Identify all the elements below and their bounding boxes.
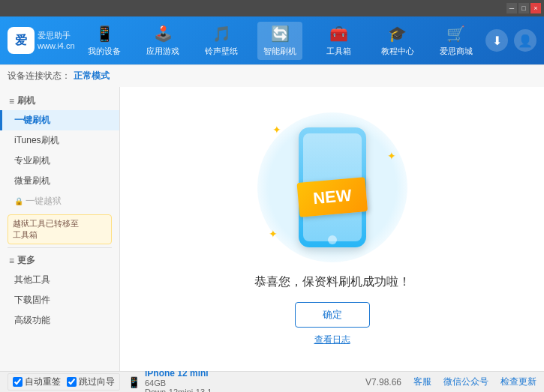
skip-wizard-checkbox-label[interactable]: 跳过向导	[67, 376, 115, 388]
sidebar-divider	[8, 247, 112, 248]
more-section-label: 更多	[17, 254, 35, 267]
success-illustration: NEW ✦ ✦ ✦	[257, 112, 407, 262]
smart-flash-icon: 🔄	[271, 25, 290, 43]
nav-item-ringtones[interactable]: 🎵 铃声壁纸	[199, 22, 244, 60]
nav-item-apps-games[interactable]: 🕹️ 应用游戏	[140, 22, 185, 60]
bottom-bar: 自动重签 跳过向导 📱 iPhone 12 mini 64GB Down-12m…	[0, 371, 544, 392]
sidebar-item-advanced[interactable]: 高级功能	[0, 310, 119, 331]
nav-item-my-device[interactable]: 📱 我的设备	[82, 22, 127, 60]
version-label: V7.98.66	[365, 377, 401, 388]
sparkle-1: ✦	[272, 124, 281, 136]
other-tools-label: 其他工具	[14, 274, 50, 285]
status-label: 设备连接状态：	[8, 70, 71, 82]
main-layout: ≡ 刷机 一键刷机 iTunes刷机 专业刷机 微量刷机 🔒 一键越狱 越狱工具…	[0, 87, 544, 371]
one-click-flash-label: 一键刷机	[14, 115, 50, 125]
ringtone-icon: 🎵	[212, 25, 231, 43]
micro-flash-label: 微量刷机	[14, 175, 50, 186]
sidebar-item-download-firmware[interactable]: 下载固件	[0, 290, 119, 310]
sidebar-item-itunes-flash[interactable]: iTunes刷机	[0, 130, 119, 151]
nav-bar: 爱 爱思助手 www.i4.cn 📱 我的设备 🕹️ 应用游戏 🎵 铃声壁纸 🔄…	[0, 16, 544, 64]
sidebar-item-jailbreak: 🔒 一键越狱	[0, 191, 119, 211]
nav-label-tutorial: 教程中心	[381, 46, 414, 57]
skip-wizard-checkbox[interactable]	[67, 377, 77, 387]
apps-icon: 🕹️	[154, 25, 173, 43]
nav-label-ringtone: 铃声壁纸	[205, 46, 238, 57]
sidebar-item-micro-flash[interactable]: 微量刷机	[0, 171, 119, 191]
nav-label-my-device: 我的设备	[88, 46, 121, 57]
nav-item-smart-flash[interactable]: 🔄 智能刷机	[257, 22, 302, 60]
view-log-link[interactable]: 查看日志	[314, 334, 350, 346]
auto-resign-label: 自动重签	[25, 376, 61, 388]
sparkle-3: ✦	[269, 228, 278, 240]
status-value: 正常模式	[74, 70, 110, 82]
bottom-left: 自动重签 跳过向导 📱 iPhone 12 mini 64GB Down-12m…	[8, 368, 212, 393]
auto-resign-checkbox[interactable]	[13, 377, 23, 387]
itunes-flash-label: iTunes刷机	[14, 135, 59, 145]
nav-label-toolbox: 工具箱	[326, 46, 351, 57]
connection-status: 设备连接状态： 正常模式	[8, 70, 110, 82]
title-bar: ─ □ ×	[0, 0, 544, 16]
more-section-icon: ≡	[9, 256, 14, 266]
bottom-right: V7.98.66 客服 微信公众号 检查更新	[365, 376, 536, 388]
new-banner: NEW	[296, 177, 368, 217]
checkboxes-section: 自动重签 跳过向导	[8, 373, 120, 391]
content-area: NEW ✦ ✦ ✦ 恭喜您，保资料刷机成功啦！ 确定 查看日志	[120, 87, 544, 371]
customer-service-link[interactable]: 客服	[413, 376, 431, 388]
wechat-link[interactable]: 微信公众号	[443, 376, 488, 388]
nav-label-mall: 爱思商城	[440, 46, 473, 57]
new-banner-label: NEW	[312, 185, 352, 207]
close-button[interactable]: ×	[530, 3, 541, 13]
success-title: 恭喜您，保资料刷机成功啦！	[254, 274, 410, 290]
download-button[interactable]: ⬇	[485, 29, 508, 52]
window-controls: ─ □ ×	[506, 3, 541, 13]
nav-label-apps: 应用游戏	[146, 46, 179, 57]
sparkle-2: ✦	[387, 150, 396, 162]
nav-label-smart-flash: 智能刷机	[263, 46, 296, 57]
jailbreak-label: 一键越狱	[26, 196, 62, 206]
minimize-button[interactable]: ─	[506, 3, 517, 13]
status-bar: 设备连接状态： 正常模式	[0, 64, 544, 87]
restore-button[interactable]: □	[518, 3, 529, 13]
sidebar-section-header-more: ≡ 更多	[0, 251, 119, 270]
nav-item-tutorial[interactable]: 🎓 教程中心	[375, 22, 420, 60]
device-icon: 📱	[128, 376, 140, 388]
mall-icon: 🛒	[446, 25, 465, 43]
sidebar-item-pro-flash[interactable]: 专业刷机	[0, 151, 119, 171]
logo-icon: 爱	[8, 27, 35, 54]
pro-flash-label: 专业刷机	[14, 155, 50, 166]
device-info: 📱 iPhone 12 mini 64GB Down-12mini-13,1	[128, 368, 212, 393]
flash-section-label: 刷机	[17, 94, 35, 107]
phone-home-button	[328, 235, 337, 244]
sidebar-jailbreak-notice: 越狱工具已转移至 工具箱	[8, 214, 112, 244]
app-logo: 爱 爱思助手 www.i4.cn	[8, 27, 75, 54]
check-update-link[interactable]: 检查更新	[500, 376, 536, 388]
auto-resign-checkbox-label[interactable]: 自动重签	[13, 376, 61, 388]
flash-section-icon: ≡	[9, 96, 14, 106]
download-firmware-label: 下载固件	[14, 295, 50, 305]
nav-item-mall[interactable]: 🛒 爱思商城	[434, 22, 479, 60]
nav-right-controls: ⬇ 👤	[485, 29, 536, 52]
device-icon: 📱	[95, 25, 114, 43]
tutorial-icon: 🎓	[388, 25, 407, 43]
sidebar-section-more: ≡ 更多 其他工具 下载固件 高级功能	[0, 251, 119, 331]
sidebar-section-header-flash: ≡ 刷机	[0, 91, 119, 110]
nav-item-toolbox[interactable]: 🧰 工具箱	[317, 22, 362, 60]
sidebar-item-other-tools[interactable]: 其他工具	[0, 270, 119, 290]
sidebar-item-one-click-flash[interactable]: 一键刷机	[0, 110, 119, 130]
toolbox-icon: 🧰	[329, 25, 348, 43]
nav-items: 📱 我的设备 🕹️ 应用游戏 🎵 铃声壁纸 🔄 智能刷机 🧰 工具箱 🎓 教程中…	[75, 22, 485, 60]
device-model: Down-12mini-13,1	[145, 388, 212, 393]
user-button[interactable]: 👤	[514, 29, 536, 52]
confirm-button[interactable]: 确定	[295, 302, 370, 328]
device-details: iPhone 12 mini 64GB Down-12mini-13,1	[145, 368, 212, 393]
sidebar-section-flash: ≡ 刷机 一键刷机 iTunes刷机 专业刷机 微量刷机 🔒 一键越狱 越狱工具…	[0, 91, 119, 244]
advanced-label: 高级功能	[14, 315, 50, 325]
sidebar: ≡ 刷机 一键刷机 iTunes刷机 专业刷机 微量刷机 🔒 一键越狱 越狱工具…	[0, 87, 120, 371]
logo-text: 爱思助手 www.i4.cn	[38, 30, 75, 52]
skip-wizard-label: 跳过向导	[79, 376, 115, 388]
device-storage: 64GB	[145, 379, 212, 388]
